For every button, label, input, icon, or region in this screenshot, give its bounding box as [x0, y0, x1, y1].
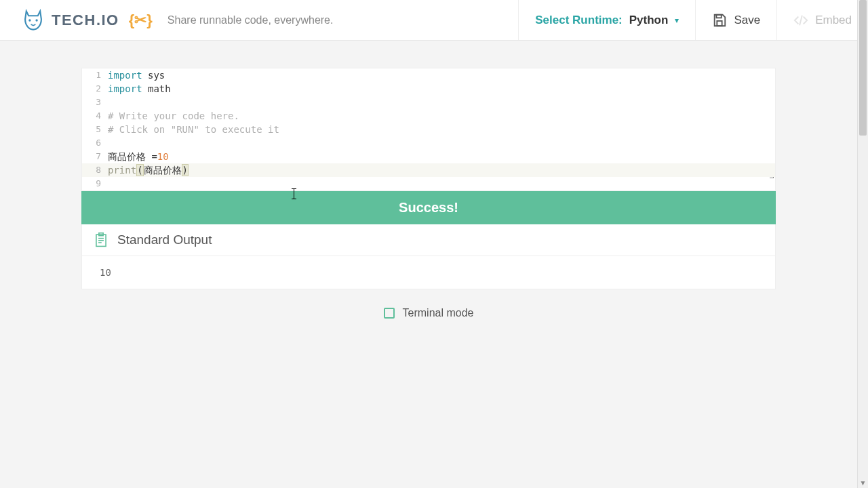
chevron-down-icon: ▾ — [675, 16, 679, 25]
line-content[interactable] — [108, 177, 775, 190]
editor-line[interactable]: 3 — [82, 96, 775, 109]
line-number: 6 — [82, 136, 108, 150]
line-number: 7 — [82, 150, 108, 163]
page-scrollbar[interactable]: ▲ ▼ — [857, 0, 868, 488]
svg-rect-3 — [717, 20, 722, 25]
header: TECH.IO {✂} Share runnable code, everywh… — [0, 0, 868, 41]
line-content[interactable]: import math — [108, 82, 775, 96]
line-content[interactable]: 商品价格 =10 — [108, 150, 775, 163]
line-content[interactable] — [108, 136, 775, 150]
output-header: Standard Output — [81, 224, 776, 256]
line-number: 3 — [82, 96, 108, 109]
scrollbar-thumb[interactable] — [859, 0, 867, 136]
main-content: 1import sys2import math34# Write your co… — [0, 41, 857, 337]
logo-cat-icon — [22, 9, 45, 32]
line-content[interactable]: import sys — [108, 68, 775, 82]
svg-point-0 — [28, 19, 31, 21]
logo-braces-icon: {✂} — [129, 12, 153, 29]
terminal-mode-checkbox[interactable] — [384, 308, 395, 319]
line-number: 8 — [82, 163, 108, 177]
embed-label: Embed — [815, 14, 852, 27]
save-icon — [712, 13, 727, 28]
output-body: 10 — [81, 256, 776, 289]
terminal-mode-row: Terminal mode — [81, 289, 776, 337]
line-number: 4 — [82, 109, 108, 123]
runtime-label: Select Runtime: — [535, 14, 622, 27]
logo[interactable]: TECH.IO {✂} — [22, 9, 153, 32]
save-button[interactable]: Save — [695, 0, 776, 40]
line-number: 5 — [82, 123, 108, 136]
scroll-down-icon[interactable]: ▼ — [858, 477, 868, 488]
svg-point-1 — [35, 19, 37, 21]
svg-rect-2 — [717, 14, 722, 18]
line-number: 2 — [82, 82, 108, 96]
line-number: 1 — [82, 68, 108, 82]
header-actions: Select Runtime: Python ▾ Save Embed — [518, 0, 868, 40]
runtime-value: Python — [629, 14, 669, 27]
editor-line[interactable]: 4# Write your code here. — [82, 109, 775, 123]
text-cursor-icon — [294, 188, 294, 199]
brand-text: TECH.IO — [52, 12, 119, 29]
terminal-mode-label: Terminal mode — [403, 307, 474, 319]
output-title: Standard Output — [117, 232, 212, 247]
status-banner: Success! — [81, 191, 776, 224]
line-content[interactable]: # Write your code here. — [108, 109, 775, 123]
code-editor[interactable]: 1import sys2import math34# Write your co… — [81, 68, 776, 191]
line-content[interactable] — [108, 96, 775, 109]
save-label: Save — [734, 14, 760, 27]
editor-line[interactable]: 2import math — [82, 82, 775, 96]
editor-line[interactable]: 8print(商品价格) — [82, 163, 775, 177]
clipboard-icon — [94, 232, 108, 247]
editor-line[interactable]: 9 — [82, 177, 775, 190]
editor-line[interactable]: 7商品价格 =10 — [82, 150, 775, 163]
runtime-selector[interactable]: Select Runtime: Python ▾ — [518, 0, 695, 40]
line-number: 9 — [82, 177, 108, 190]
tagline: Share runnable code, everywhere. — [167, 14, 334, 26]
editor-line[interactable]: 1import sys — [82, 68, 775, 82]
editor-line[interactable]: 6 — [82, 136, 775, 150]
embed-icon — [793, 13, 808, 28]
line-content[interactable]: # Click on "RUN" to execute it — [108, 123, 775, 136]
embed-button[interactable]: Embed — [776, 0, 868, 40]
line-content[interactable]: print(商品价格) — [108, 163, 775, 177]
editor-line[interactable]: 5# Click on "RUN" to execute it — [82, 123, 775, 136]
